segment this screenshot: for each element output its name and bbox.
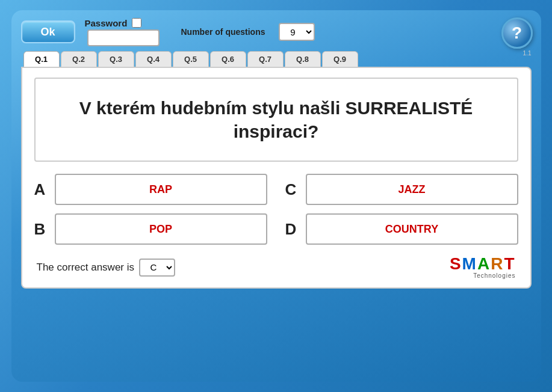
tabs-row: Q.1 Q.2 Q.3 Q.4 Q.5 Q.6 Q.7 Q.8 Q.9 <box>21 51 532 67</box>
num-questions-label: Number of questions <box>181 27 265 37</box>
help-button[interactable]: ? <box>501 17 533 49</box>
quiz-panel: V kterém hudebním stylu našli SURREALIST… <box>21 67 532 289</box>
password-input[interactable] <box>87 29 160 46</box>
tab-q5[interactable]: Q.5 <box>173 51 209 67</box>
answer-row-c: C JAZZ <box>285 174 518 205</box>
ok-button[interactable]: Ok <box>21 20 75 43</box>
tab-q9[interactable]: Q.9 <box>322 51 358 67</box>
tab-q6[interactable]: Q.6 <box>210 51 246 67</box>
tab-q8[interactable]: Q.8 <box>285 51 321 67</box>
answer-box-d[interactable]: COUNTRY <box>306 213 518 245</box>
tab-q4[interactable]: Q.4 <box>135 51 172 67</box>
answer-row-b: B POP <box>34 213 267 245</box>
correct-answer-section: The correct answer is C A B D <box>37 259 176 277</box>
tab-q2[interactable]: Q.2 <box>61 51 97 67</box>
correct-answer-select[interactable]: C A B D <box>139 259 175 277</box>
smart-logo: SMART Technologies <box>450 256 516 279</box>
smart-logo-text: SMART <box>450 256 516 272</box>
answer-row-a: A RAP <box>34 174 267 205</box>
answer-box-b[interactable]: POP <box>55 213 267 245</box>
password-label: Password <box>85 18 128 28</box>
answer-box-c[interactable]: JAZZ <box>306 174 518 205</box>
help-icon: ? <box>512 25 522 41</box>
answer-letter-b: B <box>34 220 49 239</box>
answer-box-a[interactable]: RAP <box>55 174 267 205</box>
answer-letter-c: C <box>285 180 300 199</box>
tab-q3[interactable]: Q.3 <box>98 51 134 67</box>
num-questions-select[interactable]: 9 1234 5678 10 <box>279 23 315 41</box>
app-container: ? 1.1 Ok Password Number of questions 9 … <box>11 10 541 382</box>
answers-grid: A RAP C JAZZ B POP D COUNTRY <box>34 174 518 245</box>
password-checkbox[interactable] <box>132 18 141 28</box>
version-label: 1.1 <box>523 50 532 57</box>
tab-q1[interactable]: Q.1 <box>23 51 60 67</box>
correct-answer-label: The correct answer is <box>37 262 135 274</box>
smart-technologies-text: Technologies <box>473 272 515 279</box>
answer-letter-a: A <box>34 180 49 199</box>
top-bar: Ok Password Number of questions 9 1234 5… <box>21 19 532 45</box>
answer-letter-d: D <box>285 220 300 239</box>
answer-row-d: D COUNTRY <box>285 213 518 245</box>
bottom-bar: The correct answer is C A B D SMART Tech… <box>34 256 518 279</box>
tab-q7[interactable]: Q.7 <box>247 51 284 67</box>
password-section: Password <box>85 18 160 46</box>
question-text: V kterém hudebním stylu našli SURREALIST… <box>48 96 505 143</box>
question-box: V kterém hudebním stylu našli SURREALIST… <box>34 78 518 162</box>
